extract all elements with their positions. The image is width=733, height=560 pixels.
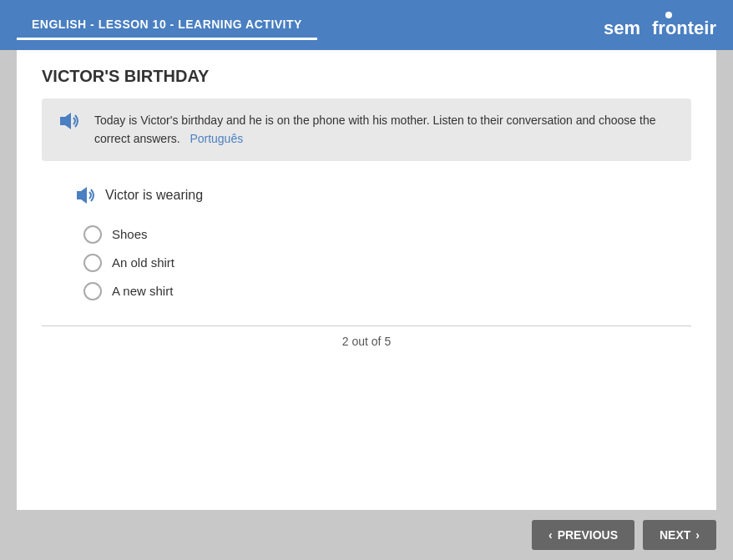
progress-text: 2 out of 5 xyxy=(42,335,691,348)
section-divider xyxy=(42,325,691,326)
question-section: Victor is wearing Shoes An old shirt A n… xyxy=(75,186,691,300)
bottom-nav: ‹ PREVIOUS NEXT › xyxy=(0,510,733,560)
svg-marker-4 xyxy=(77,187,87,204)
previous-arrow-icon: ‹ xyxy=(548,528,553,542)
option-shoes[interactable]: Shoes xyxy=(83,225,691,244)
svg-text:fronteiras: fronteiras xyxy=(652,18,716,38)
options-list: Shoes An old shirt A new shirt xyxy=(83,225,691,300)
main-container: ENGLISH - LESSON 10 - LEARNING ACTIVITY … xyxy=(0,0,733,560)
option-new-shirt[interactable]: A new shirt xyxy=(83,282,691,300)
instruction-speaker-icon[interactable] xyxy=(58,111,82,131)
instruction-box: Today is Victor's birthday and he is on … xyxy=(42,98,691,161)
previous-button-label: PREVIOUS xyxy=(558,528,618,542)
logo-area: sem fronteiras xyxy=(599,11,716,40)
instruction-text: Today is Victor's birthday and he is on … xyxy=(94,111,675,149)
next-button[interactable]: NEXT › xyxy=(643,520,716,550)
header-tab[interactable]: ENGLISH - LESSON 10 - LEARNING ACTIVITY xyxy=(17,11,317,40)
question-label: Victor is wearing xyxy=(75,186,691,204)
radio-shoes[interactable] xyxy=(83,225,102,244)
option-new-shirt-label: A new shirt xyxy=(112,284,173,298)
option-shoes-label: Shoes xyxy=(112,227,148,241)
question-text: Victor is wearing xyxy=(105,188,203,203)
option-old-shirt[interactable]: An old shirt xyxy=(83,254,691,272)
content-area: VICTOR'S BIRTHDAY Today is Victor's birt… xyxy=(17,50,716,510)
option-old-shirt-label: An old shirt xyxy=(112,255,174,270)
svg-text:sem: sem xyxy=(604,18,640,38)
next-arrow-icon: › xyxy=(695,528,700,542)
logo-icon: sem fronteiras xyxy=(599,11,716,40)
portuguese-link[interactable]: Português xyxy=(190,132,243,145)
header-bar: ENGLISH - LESSON 10 - LEARNING ACTIVITY … xyxy=(0,0,733,50)
svg-marker-3 xyxy=(60,113,71,129)
previous-button[interactable]: ‹ PREVIOUS xyxy=(532,520,634,550)
question-speaker-icon[interactable] xyxy=(75,186,97,204)
radio-old-shirt[interactable] xyxy=(83,254,102,272)
radio-new-shirt[interactable] xyxy=(83,282,102,300)
next-button-label: NEXT xyxy=(660,528,690,542)
page-title: VICTOR'S BIRTHDAY xyxy=(42,67,691,86)
